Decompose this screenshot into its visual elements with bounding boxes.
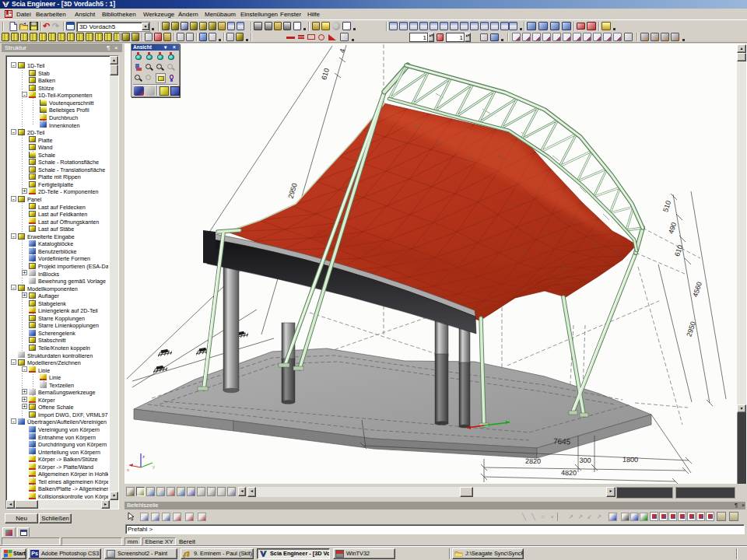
svg-text:510: 510 [661, 199, 672, 212]
svg-text:2820: 2820 [525, 457, 541, 465]
svg-text:2950: 2950 [685, 320, 697, 338]
svg-text:7645: 7645 [553, 437, 571, 446]
svg-text:2950: 2950 [287, 182, 299, 199]
svg-text:z: z [142, 454, 145, 459]
svg-text:490: 490 [667, 221, 678, 234]
svg-text:x: x [127, 467, 129, 472]
svg-text:610: 610 [320, 68, 331, 81]
svg-text:300: 300 [579, 457, 591, 464]
svg-text:610: 610 [673, 243, 684, 257]
svg-text:4820: 4820 [561, 469, 577, 477]
svg-text:1800: 1800 [622, 456, 638, 464]
svg-text:4560: 4560 [691, 281, 703, 298]
svg-text:y: y [153, 464, 155, 469]
